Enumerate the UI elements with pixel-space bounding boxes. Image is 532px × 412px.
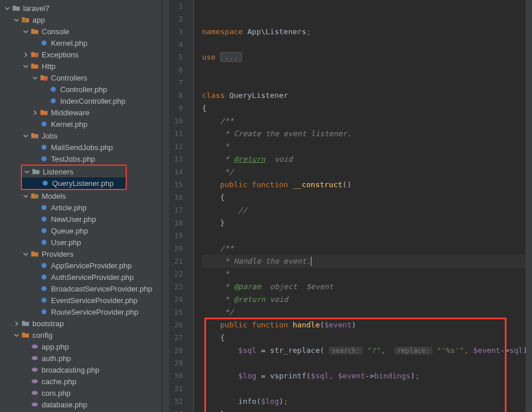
svg-point-9	[42, 156, 47, 162]
tree-file[interactable]: EventServiceProvider.php	[0, 294, 162, 306]
tree-file[interactable]: BroadcastServiceProvider.php	[0, 283, 162, 294]
chevron-down-icon[interactable]	[22, 192, 29, 199]
chevron-right-icon[interactable]	[13, 320, 20, 327]
folder-icon	[21, 330, 30, 340]
tree-config[interactable]: config	[0, 329, 162, 341]
svg-point-12	[42, 205, 47, 210]
variable: $sql	[239, 346, 256, 355]
tree-http[interactable]: Http	[0, 60, 162, 72]
tree-querylistener[interactable]: QueryListener.php	[22, 177, 126, 189]
tree-file[interactable]: app.php	[0, 341, 162, 352]
tree-label: Providers	[42, 250, 74, 258]
tree-exceptions[interactable]: Exceptions	[0, 49, 162, 60]
tree-console[interactable]: Console	[0, 25, 162, 37]
param-hint: search:	[329, 347, 362, 355]
php-icon	[30, 342, 39, 351]
tree-file[interactable]: database.php	[0, 399, 162, 410]
php-file-icon	[49, 85, 58, 94]
php-icon	[30, 353, 39, 363]
tree-file[interactable]: RouteServiceProvider.php	[0, 306, 162, 318]
doc-tag: @param	[234, 282, 261, 291]
func: str_replace	[270, 346, 320, 355]
tree-middleware[interactable]: Middleware	[0, 107, 162, 118]
tree-file[interactable]: auth.php	[0, 352, 162, 364]
variable: $event	[324, 320, 351, 329]
project-tree[interactable]: laravel7 app Console Kernel.php Exceptio…	[0, 0, 162, 412]
code-area[interactable]: namespace App\Listeners; use ... class Q…	[194, 0, 532, 412]
tree-root[interactable]: laravel7	[0, 2, 162, 14]
svg-point-20	[42, 309, 47, 315]
tree-label: Models	[42, 192, 66, 200]
tree-file[interactable]: cors.php	[0, 387, 162, 399]
chevron-down-icon[interactable]	[22, 250, 29, 257]
comment: void	[266, 155, 293, 163]
chevron-down-icon[interactable]	[13, 331, 20, 338]
php-file-icon	[39, 214, 49, 224]
tree-controllers[interactable]: Controllers	[0, 72, 162, 83]
comment: */	[220, 167, 233, 176]
folder-icon	[12, 3, 21, 13]
tree-label: app	[32, 16, 45, 24]
php-file-icon	[39, 272, 49, 282]
tree-listeners[interactable]: Listeners	[22, 166, 126, 177]
tree-label: database.php	[42, 400, 87, 409]
tree-file[interactable]: Kernel.php	[0, 37, 162, 49]
chevron-down-icon[interactable]	[23, 168, 30, 175]
variable: $sql	[311, 371, 329, 380]
variable: $log	[261, 397, 279, 406]
tree-label: AppServiceProvider.php	[51, 261, 131, 270]
tree-label: MailSendJobs.php	[51, 143, 113, 152]
tree-file[interactable]: AuthServiceProvider.php	[0, 271, 162, 283]
tree-file[interactable]: cache.php	[0, 375, 162, 387]
comment: *	[220, 155, 233, 163]
comment: /**	[220, 116, 233, 125]
tree-bootstrap[interactable]: bootstrap	[0, 318, 162, 329]
property: bindings	[374, 371, 410, 380]
php-icon	[30, 365, 39, 374]
tree-providers[interactable]: Providers	[0, 248, 162, 260]
comment: object $event	[261, 282, 333, 291]
tree-file[interactable]: Kernel.php	[0, 118, 162, 130]
sidebar-scrollbar[interactable]	[163, 0, 169, 412]
tree-file[interactable]: MailSendJobs.php	[0, 141, 162, 153]
folder-icon	[30, 191, 39, 200]
folder-icon	[30, 131, 39, 140]
tree-label: Kernel.php	[51, 39, 87, 48]
tree-file[interactable]: IndexController.php	[0, 95, 162, 107]
code-editor[interactable]: 1234567891011121314151617181920212223242…	[162, 0, 532, 412]
variable: $event	[338, 371, 365, 380]
tree-file[interactable]: Article.php	[0, 202, 162, 213]
comment: *	[220, 269, 229, 278]
comment: //	[239, 206, 248, 214]
folder-icon	[30, 50, 39, 59]
tree-file[interactable]: User.php	[0, 236, 162, 248]
chevron-down-icon[interactable]	[22, 132, 29, 139]
tree-label: auth.php	[42, 354, 71, 363]
chevron-right-icon[interactable]	[31, 109, 38, 116]
keyword: public function	[220, 320, 292, 329]
chevron-down-icon[interactable]	[22, 63, 29, 70]
php-file-icon	[39, 261, 49, 270]
tree-file[interactable]: NewUser.php	[0, 213, 162, 225]
tree-file[interactable]: broadcasting.php	[0, 364, 162, 375]
tree-file[interactable]: TestJobs.php	[0, 153, 162, 165]
chevron-down-icon[interactable]	[22, 28, 29, 35]
php-file-icon	[41, 178, 50, 188]
tree-app[interactable]: app	[0, 14, 162, 25]
tree-label: Controllers	[51, 74, 87, 82]
func: info	[239, 397, 256, 406]
tree-models[interactable]: Models	[0, 190, 162, 202]
chevron-right-icon[interactable]	[22, 51, 29, 58]
tree-jobs[interactable]: Jobs	[0, 130, 162, 141]
tree-file[interactable]: Queue.php	[0, 225, 162, 236]
chevron-down-icon[interactable]	[13, 16, 20, 23]
tree-file[interactable]: AppServiceProvider.php	[0, 260, 162, 271]
tree-file[interactable]: Controller.php	[0, 83, 162, 95]
editor-scrollbar[interactable]	[526, 0, 532, 412]
php-file-icon	[39, 154, 49, 163]
chevron-down-icon[interactable]	[31, 74, 38, 81]
highlighted-tree-box: Listeners QueryListener.php	[21, 165, 127, 190]
tree-label: Middleware	[51, 108, 89, 117]
code-fold[interactable]: ...	[220, 52, 241, 62]
chevron-down-icon[interactable]	[3, 5, 10, 12]
